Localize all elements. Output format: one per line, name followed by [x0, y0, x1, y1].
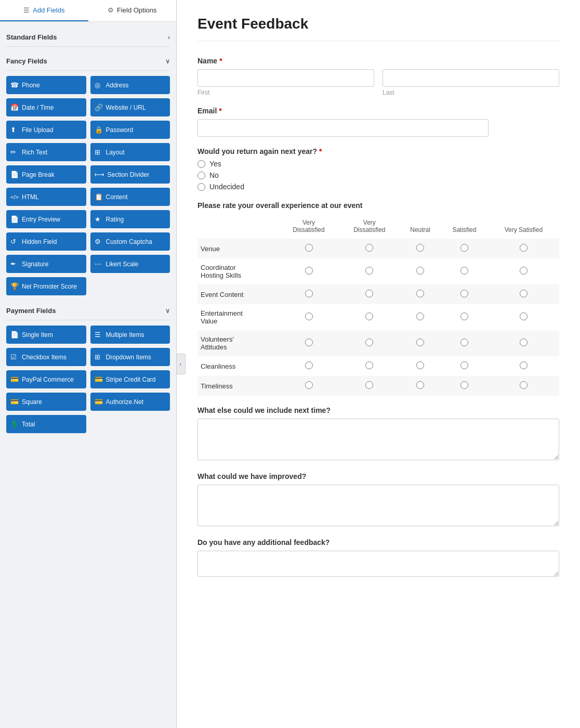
- rating-radio[interactable]: [520, 290, 528, 297]
- rating-radio[interactable]: [305, 267, 313, 275]
- rating-radio[interactable]: [460, 267, 468, 275]
- field-btn-single-item[interactable]: 📄 Single Item: [6, 326, 86, 344]
- textarea3-input[interactable]: [197, 551, 559, 577]
- rating-radio[interactable]: [520, 339, 528, 346]
- field-btn-section-divider[interactable]: ⟼ Section Divider: [90, 165, 170, 184]
- rating-radio[interactable]: [416, 361, 424, 369]
- field-btn-total[interactable]: 💲 Total: [6, 415, 86, 433]
- rating-radio[interactable]: [305, 381, 313, 389]
- field-btn-multiple-items[interactable]: ☰ Multiple Items: [90, 326, 170, 344]
- tab-add-fields[interactable]: ☰ Add Fields: [0, 0, 88, 21]
- field-btn-rating[interactable]: ★ Rating: [90, 210, 170, 228]
- rating-radio[interactable]: [460, 244, 468, 252]
- field-btn-website[interactable]: 🔗 Website / URL: [90, 98, 170, 116]
- field-btn-custom-captcha[interactable]: ⚙ Custom Captcha: [90, 232, 170, 251]
- field-btn-layout[interactable]: ⊞ Layout: [90, 143, 170, 161]
- rating-radio[interactable]: [305, 313, 313, 320]
- return-radio-undecided[interactable]: [197, 183, 205, 191]
- return-option-no[interactable]: No: [197, 171, 559, 179]
- rating-radio[interactable]: [365, 290, 373, 297]
- rating-col-header-satisfied: Satisfied: [441, 216, 488, 239]
- rating-radio[interactable]: [416, 267, 424, 275]
- email-field-group: Email *: [197, 107, 559, 137]
- textarea2-input[interactable]: [197, 485, 559, 526]
- field-btn-square[interactable]: 💳 Square: [6, 393, 86, 411]
- name-first-col: First: [197, 69, 374, 96]
- rating-radio[interactable]: [460, 361, 468, 369]
- content-icon: 📋: [95, 193, 103, 201]
- rating-radio[interactable]: [365, 244, 373, 252]
- rating-radio[interactable]: [460, 313, 468, 320]
- rating-icon: ★: [95, 215, 103, 223]
- textarea1-input[interactable]: [197, 419, 559, 460]
- field-btn-net-promoter-score[interactable]: 🏆 Net Promoter Score: [6, 277, 86, 295]
- paypal-commerce-label: PayPal Commerce: [22, 376, 74, 383]
- rating-radio[interactable]: [520, 244, 528, 252]
- rating-radio[interactable]: [460, 339, 468, 346]
- textarea1-group: What else could we include next time?: [197, 406, 559, 462]
- rating-radio[interactable]: [365, 381, 373, 389]
- likert-scale-icon: ⋯: [95, 260, 103, 268]
- name-required-star: *: [219, 57, 222, 65]
- field-btn-dropdown-items[interactable]: ⊞ Dropdown Items: [90, 348, 170, 366]
- collapse-handle[interactable]: ‹: [177, 354, 186, 374]
- field-btn-authorize-net[interactable]: 💳 Authorize.Net: [90, 393, 170, 411]
- rating-radio[interactable]: [416, 313, 424, 320]
- return-option-undecided[interactable]: Undecided: [197, 183, 559, 191]
- rating-radio[interactable]: [365, 267, 373, 275]
- rating-radio[interactable]: [520, 267, 528, 275]
- rating-radio[interactable]: [520, 381, 528, 389]
- rating-radio[interactable]: [460, 290, 468, 297]
- rating-radio[interactable]: [416, 290, 424, 297]
- return-radio-no[interactable]: [197, 172, 205, 179]
- return-option-yes[interactable]: Yes: [197, 160, 559, 168]
- stripe-credit-card-label: Stripe Credit Card: [106, 376, 156, 383]
- rating-radio[interactable]: [460, 381, 468, 389]
- return-question-group: Would you return again next year? * Yes …: [197, 147, 559, 191]
- fancy-fields-header[interactable]: Fancy Fields ∨: [6, 52, 170, 71]
- rating-radio[interactable]: [305, 339, 313, 346]
- field-btn-page-break[interactable]: 📄 Page Break: [6, 165, 86, 184]
- rating-radio[interactable]: [365, 339, 373, 346]
- rating-radio[interactable]: [305, 244, 313, 252]
- field-btn-datetime[interactable]: 📅 Date / Time: [6, 98, 86, 116]
- field-btn-paypal-commerce[interactable]: 💳 PayPal Commerce: [6, 370, 86, 388]
- payment-fields-header[interactable]: Payment Fields ∨: [6, 302, 170, 320]
- field-btn-file-upload[interactable]: ⬆ File Upload: [6, 121, 86, 139]
- field-btn-hidden-field[interactable]: ↺ Hidden Field: [6, 232, 86, 251]
- name-row: First Last: [197, 69, 559, 96]
- tabs-bar: ☰ Add Fields ⚙ Field Options: [0, 0, 176, 22]
- rating-col-header-blank: [197, 216, 279, 239]
- layout-label: Layout: [106, 149, 125, 156]
- field-btn-entry-preview[interactable]: 📄 Entry Preview: [6, 210, 86, 228]
- standard-fields-header[interactable]: Standard Fields ›: [6, 28, 170, 47]
- field-btn-address[interactable]: ◎ Address: [90, 76, 170, 94]
- field-btn-likert-scale[interactable]: ⋯ Likert Scale: [90, 255, 170, 273]
- authorize-net-icon: 💳: [95, 398, 103, 406]
- field-btn-html[interactable]: </> HTML: [6, 188, 86, 206]
- name-first-input[interactable]: [197, 69, 374, 87]
- field-btn-content[interactable]: 📋 Content: [90, 188, 170, 206]
- textarea3-group: Do you have any additional feedback?: [197, 538, 559, 578]
- tab-field-options[interactable]: ⚙ Field Options: [88, 0, 177, 21]
- rating-radio[interactable]: [365, 313, 373, 320]
- signature-icon: ✒: [10, 260, 19, 268]
- return-radio-yes[interactable]: [197, 160, 205, 168]
- rating-radio[interactable]: [305, 361, 313, 369]
- rating-radio[interactable]: [416, 244, 424, 252]
- rating-radio[interactable]: [365, 361, 373, 369]
- name-last-input[interactable]: [383, 69, 559, 87]
- rating-radio[interactable]: [520, 313, 528, 320]
- field-btn-checkbox-items[interactable]: ☑ Checkbox Items: [6, 348, 86, 366]
- checkbox-items-icon: ☑: [10, 353, 19, 361]
- field-btn-phone[interactable]: ☎ Phone: [6, 76, 86, 94]
- rating-radio[interactable]: [416, 381, 424, 389]
- rating-radio[interactable]: [416, 339, 424, 346]
- rating-radio[interactable]: [305, 290, 313, 297]
- field-btn-stripe-credit-card[interactable]: 💳 Stripe Credit Card: [90, 370, 170, 388]
- field-btn-signature[interactable]: ✒ Signature: [6, 255, 86, 273]
- rating-radio[interactable]: [520, 361, 528, 369]
- field-btn-password[interactable]: 🔒 Password: [90, 121, 170, 139]
- email-input[interactable]: [197, 119, 489, 137]
- field-btn-rich-text[interactable]: ✏ Rich Text: [6, 143, 86, 161]
